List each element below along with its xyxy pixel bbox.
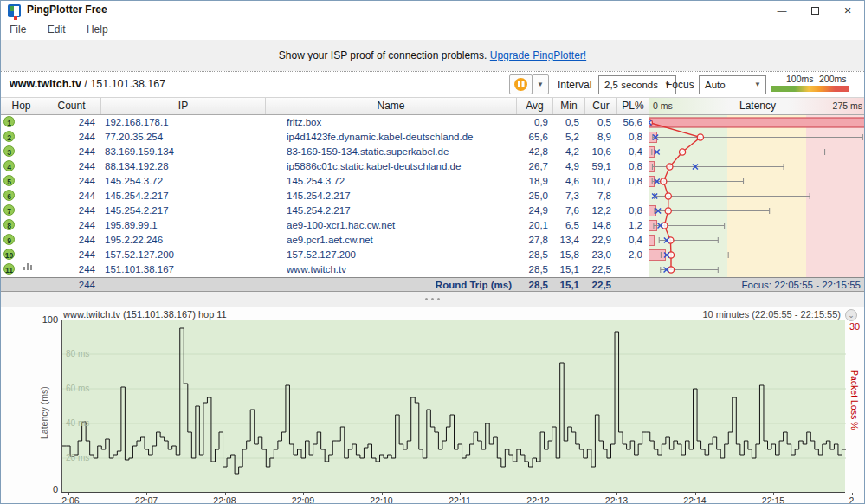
timeline-plot[interactable]: 80 ms60 ms40 ms20 ms — [61, 320, 845, 493]
hop-ip: 195.2.22.246 — [105, 234, 278, 247]
menu-help[interactable]: Help — [78, 20, 117, 39]
hop-ip: 192.168.178.1 — [105, 116, 278, 129]
hop-cur: 0,5 — [584, 116, 611, 129]
header-name[interactable]: Name — [265, 98, 516, 114]
hop-ip: 157.52.127.200 — [105, 249, 278, 262]
pause-dropdown-button[interactable]: ▼ — [532, 74, 549, 94]
hop-cur: 23,0 — [584, 249, 611, 262]
header-cur[interactable]: Cur — [584, 98, 616, 114]
pause-icon — [514, 78, 527, 91]
timeline-range-label: 10 minutes (22:05:55 - 22:15:55) — [702, 309, 841, 320]
x-axis-tick-label: 22:06 — [61, 495, 80, 504]
hop-pl: 1,2 — [616, 219, 642, 232]
x-axis-tick-label: 22:08 — [213, 495, 236, 504]
hop-pl: 0,4 — [616, 145, 642, 158]
hop-name: 145.254.3.72 — [287, 175, 513, 188]
header-hop[interactable]: Hop — [1, 98, 42, 114]
x-axis-tick-label: 2 — [849, 495, 854, 504]
hop-name: 145.254.2.217 — [287, 204, 513, 217]
interval-value: 2,5 seconds — [604, 80, 658, 90]
hop-cur: 8,9 — [584, 131, 611, 144]
round-trip-avg: 28,5 — [516, 279, 548, 291]
close-button[interactable]: ✕ — [831, 1, 864, 20]
hop-cur: 59,1 — [584, 160, 611, 173]
hop-number-badge: 2 — [3, 131, 15, 142]
hop-ip: 145.254.3.72 — [105, 175, 278, 188]
hop-cur: 10,6 — [584, 145, 611, 158]
header-min[interactable]: Min — [552, 98, 584, 114]
focus-select[interactable]: Auto ▼ — [699, 75, 766, 94]
hop-count: 244 — [42, 116, 95, 129]
x-axis-tick-label: 22:11 — [449, 495, 471, 504]
hop-ip: 145.254.2.217 — [105, 204, 278, 217]
menu-edit[interactable]: Edit — [39, 20, 74, 39]
menu-bar: File Edit Help — [1, 20, 864, 40]
hop-name: fritz.box — [287, 116, 513, 129]
hop-min: 15,8 — [552, 249, 579, 262]
hop-number-badge: 11 — [3, 263, 15, 275]
window-title: PingPlotter Free — [27, 3, 107, 16]
hop-cur: 22,9 — [584, 234, 611, 247]
target-host: www.twitch.tv — [10, 78, 81, 90]
header-avg[interactable]: Avg — [516, 98, 552, 114]
hop-avg: 0,9 — [516, 116, 548, 129]
header-latency[interactable]: 0 ms Latency 275 ms — [649, 98, 865, 114]
hop-ip: 195.89.99.1 — [105, 219, 278, 232]
hop-name: ip4d1423fe.dynamic.kabel-deutschland.de — [287, 131, 513, 144]
hop-avg: 65,6 — [516, 131, 548, 144]
timeline-range-dropdown[interactable]: ⌄ — [845, 309, 857, 321]
hop-avg: 28,5 — [516, 249, 548, 262]
hop-avg: 27,8 — [516, 234, 548, 247]
hop-cur: 10,7 — [584, 175, 611, 188]
panel-splitter-handle[interactable] — [1, 292, 864, 307]
header-pl[interactable]: PL% — [616, 98, 649, 114]
hop-pl: 2,0 — [616, 249, 642, 262]
x-axis-tick-label: 22:13 — [605, 495, 628, 504]
hop-ip: 83.169.159.134 — [105, 145, 278, 158]
x-axis-tick-label: 22:07 — [135, 495, 158, 504]
hop-cur: 22,5 — [584, 263, 611, 276]
maximize-icon — [811, 7, 819, 15]
y-axis-max: 100 — [36, 314, 58, 325]
header-count[interactable]: Count — [42, 98, 100, 114]
round-trip-row: 244 Round Trip (ms) 28,5 15,1 22,5 Focus… — [1, 277, 864, 292]
hop-min: 7,6 — [552, 204, 579, 217]
y2-axis-max: 30 — [849, 321, 860, 332]
hop-number-badge: 10 — [3, 249, 15, 260]
hop-count: 244 — [42, 234, 95, 247]
gridline-label: 80 ms — [66, 349, 89, 359]
latency-axis-title: Latency — [739, 100, 776, 112]
hop-ip: 88.134.192.28 — [105, 160, 278, 173]
hop-avg: 20,1 — [516, 219, 548, 232]
latency-axis-min: 0 ms — [653, 98, 673, 114]
focus-value: Auto — [705, 80, 726, 90]
upgrade-link[interactable]: Upgrade PingPlotter! — [490, 49, 586, 61]
latency-legend-gradient — [771, 86, 849, 92]
hop-count: 244 — [42, 219, 95, 232]
hop-cur: 12,2 — [584, 204, 611, 217]
x-axis-tick-label: 22:12 — [526, 495, 549, 504]
maximize-button[interactable] — [798, 1, 831, 20]
hop-number-badge: 8 — [3, 219, 15, 230]
hop-ip: 77.20.35.254 — [105, 131, 278, 144]
hop-avg: 18,9 — [516, 175, 548, 188]
hop-min: 4,2 — [552, 145, 579, 158]
menu-file[interactable]: File — [1, 20, 35, 39]
x-axis-tick-label: 22:09 — [292, 495, 314, 504]
hop-min: 15,1 — [552, 263, 579, 276]
pause-button[interactable] — [509, 74, 533, 94]
interval-select[interactable]: 2,5 seconds ▼ — [598, 75, 676, 94]
minimize-button[interactable]: — — [765, 1, 798, 20]
focus-range-label: Focus: 22:05:55 - 22:15:55 — [649, 279, 861, 291]
hop-number-badge: 7 — [3, 204, 15, 216]
hop-number-badge: 3 — [3, 145, 15, 157]
hop-name: ip5886c01c.static.kabel-deutschland.de — [287, 160, 513, 173]
hop-pl: 0,8 — [616, 204, 642, 217]
round-trip-cur: 22,5 — [584, 279, 611, 291]
header-ip[interactable]: IP — [100, 98, 265, 114]
hop-latency-graph-svg — [649, 115, 865, 277]
x-axis-ticks: 22:0622:0722:0822:0922:1022:1122:1222:13… — [61, 493, 854, 504]
hop-avg: 42,8 — [516, 145, 548, 158]
gridline-label: 20 ms — [66, 453, 89, 462]
hop-number-badge: 9 — [3, 234, 15, 245]
